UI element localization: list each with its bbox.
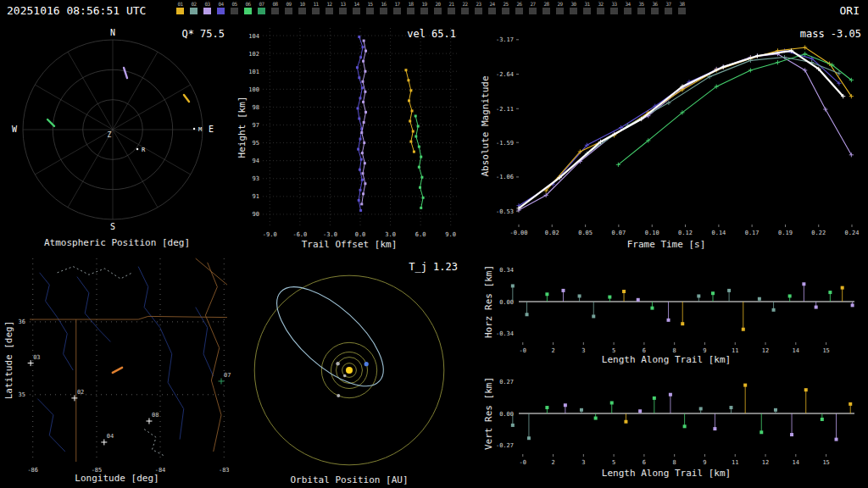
svg-text:12: 12	[762, 347, 769, 354]
trail-offset-plot: -9.0-6.0-3.00.03.06.09.01041021011009897…	[234, 20, 465, 254]
station-number: 33	[611, 2, 616, 7]
state-border-line	[205, 263, 221, 452]
station-number: 09	[286, 2, 291, 7]
station-number: 13	[340, 2, 345, 7]
svg-text:-1.59: -1.59	[496, 140, 514, 147]
station-indicator-02: 02	[190, 2, 198, 14]
svg-text:14: 14	[793, 347, 799, 354]
station-number: 07	[259, 2, 264, 7]
station-number: 05	[231, 2, 236, 7]
svg-text:S: S	[110, 222, 115, 231]
svg-text:0.00: 0.00	[499, 299, 514, 306]
ground-map-plot: 0203040708-86-85-84-833635	[0, 254, 234, 488]
svg-text:M: M	[198, 126, 202, 133]
station-status-box	[407, 8, 415, 14]
station-indicator-30: 30	[570, 2, 577, 14]
svg-text:3: 3	[581, 459, 585, 466]
svg-text:9.0: 9.0	[445, 231, 456, 238]
svg-text:-3.0: -3.0	[323, 231, 337, 238]
trail-offset-xaxis-label: Trail Offset [km]	[234, 239, 465, 250]
station-status-box	[298, 8, 306, 14]
station-indicator-12: 12	[326, 2, 333, 14]
river-line	[40, 273, 74, 370]
station-status-box	[285, 8, 292, 14]
meteoroid-orbit	[261, 270, 399, 402]
station-number: 38	[679, 2, 684, 7]
svg-text:9: 9	[703, 347, 706, 354]
station-indicator-01: 01	[176, 2, 184, 14]
svg-text:W: W	[12, 125, 18, 134]
light-curve-panel: -0.000.020.050.070.100.120.140.170.190.2…	[465, 20, 868, 254]
svg-text:0.0: 0.0	[355, 231, 366, 238]
state-border-line	[30, 316, 227, 319]
svg-text:0.12: 0.12	[678, 230, 693, 236]
station-number: 37	[665, 2, 670, 7]
svg-text:9: 9	[703, 459, 706, 466]
svg-text:03: 03	[33, 354, 40, 361]
map-station-04: 04	[101, 433, 114, 446]
station-number: 04	[218, 2, 223, 7]
station-status-box	[637, 8, 645, 14]
svg-text:97: 97	[253, 122, 259, 129]
station-status-box	[190, 8, 198, 14]
lightcurve-series-04	[516, 48, 841, 208]
q-value-label: Q* 75.5	[181, 28, 225, 40]
station-status-box	[271, 8, 279, 14]
station-status-box	[665, 8, 672, 14]
horz-res-axis-label: Horz Res [km]	[483, 265, 494, 338]
station-number: 19	[421, 2, 426, 7]
station-indicator-09: 09	[285, 2, 292, 14]
station-number: 01	[177, 2, 182, 7]
svg-text:0.34: 0.34	[499, 267, 514, 274]
svg-text:91: 91	[253, 193, 259, 200]
meteor-ground-track	[113, 368, 122, 373]
trail-series-01	[404, 69, 415, 152]
station-status-box	[339, 8, 347, 14]
station-number: 22	[462, 2, 467, 7]
station-indicator-14: 14	[353, 2, 360, 14]
station-number: 27	[530, 2, 535, 7]
svg-text:2: 2	[551, 459, 554, 466]
svg-text:102: 102	[248, 51, 259, 58]
station-number: 23	[476, 2, 481, 7]
station-indicator-23: 23	[475, 2, 482, 14]
svg-text:3: 3	[581, 347, 585, 354]
svg-text:0.05: 0.05	[578, 230, 593, 236]
svg-text:14: 14	[793, 459, 799, 466]
frame-time-xaxis-label: Frame Time [s]	[465, 239, 868, 250]
svg-text:8: 8	[673, 459, 676, 466]
station-number: 25	[503, 2, 508, 7]
station-number: 16	[381, 2, 386, 7]
station-number: 11	[313, 2, 318, 7]
svg-text:-1.06: -1.06	[496, 174, 514, 180]
station-indicator-32: 32	[597, 2, 604, 14]
station-indicator-07: 07	[258, 2, 265, 14]
station-indicator-13: 13	[339, 2, 347, 14]
station-number: 21	[448, 2, 453, 7]
station-status-box	[393, 8, 401, 14]
svg-text:-0: -0	[520, 347, 526, 354]
station-number: 30	[570, 2, 576, 7]
atmospheric-xaxis-label: Atmospheric Position [deg]	[0, 237, 234, 248]
longitude-xaxis-label: Longitude [deg]	[0, 473, 234, 484]
station-number: 12	[326, 2, 331, 7]
svg-text:-2.64: -2.64	[496, 71, 514, 78]
orbital-position-panel: T_j 1.23 Orbital Position [AU]	[234, 254, 465, 488]
station-number: 32	[598, 2, 603, 7]
svg-text:90: 90	[253, 211, 259, 218]
station-status-box	[502, 8, 509, 14]
velocity-label: vel 65.1	[407, 28, 456, 40]
lightcurve-series-01	[544, 45, 854, 192]
station-status-box	[529, 8, 537, 14]
station-indicator-37: 37	[665, 2, 672, 14]
meteor-trail-03	[124, 68, 127, 78]
station-indicator-18: 18	[407, 2, 415, 14]
svg-text:0.10: 0.10	[645, 230, 659, 236]
river-line	[77, 277, 111, 342]
latitude-axis-label: Latitude [deg]	[3, 321, 14, 400]
svg-text:3.0: 3.0	[385, 231, 396, 238]
svg-text:R: R	[142, 147, 146, 153]
station-number: 20	[435, 2, 440, 7]
station-status-box	[515, 8, 523, 14]
ground-map-panel: 0203040708-86-85-84-833635 Latitude [deg…	[0, 254, 234, 488]
